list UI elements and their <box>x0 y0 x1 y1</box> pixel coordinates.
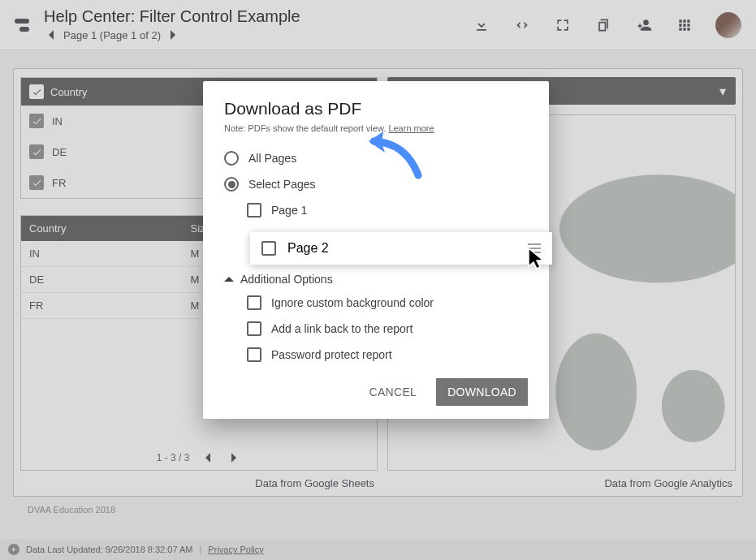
radio-select-pages[interactable]: Select Pages <box>224 177 528 192</box>
cancel-button[interactable]: CANCEL <box>360 378 427 406</box>
learn-more-link[interactable]: Learn more <box>388 123 434 133</box>
download-pdf-dialog: Download as PDF Note: PDFs show the defa… <box>203 81 549 419</box>
additional-options-toggle[interactable]: Additional Options <box>224 273 528 286</box>
checkbox-icon <box>261 241 276 256</box>
opt-password[interactable]: Password protect report <box>247 347 528 362</box>
opt-ignore-bg[interactable]: Ignore custom background color <box>247 295 528 310</box>
dialog-title: Download as PDF <box>224 99 528 118</box>
download-button[interactable]: DOWNLOAD <box>436 378 528 406</box>
checkbox-icon <box>247 295 261 310</box>
radio-icon <box>224 151 239 166</box>
checkbox-icon <box>247 321 261 336</box>
drag-handle-icon[interactable] <box>528 243 541 253</box>
opt-link-back[interactable]: Add a link back to the report <box>247 321 528 336</box>
radio-all-pages[interactable]: All Pages <box>224 151 528 166</box>
page-2-label: Page 2 <box>287 241 329 256</box>
dialog-note: Note: PDFs show the default report view.… <box>224 123 528 133</box>
checkbox-icon <box>247 203 261 218</box>
page-1-checkbox[interactable]: Page 1 <box>247 203 528 218</box>
radio-icon <box>224 177 239 192</box>
chevron-up-icon <box>224 274 234 284</box>
page-2-item-dragging[interactable]: Page 2 <box>250 232 552 265</box>
checkbox-icon <box>247 347 261 362</box>
